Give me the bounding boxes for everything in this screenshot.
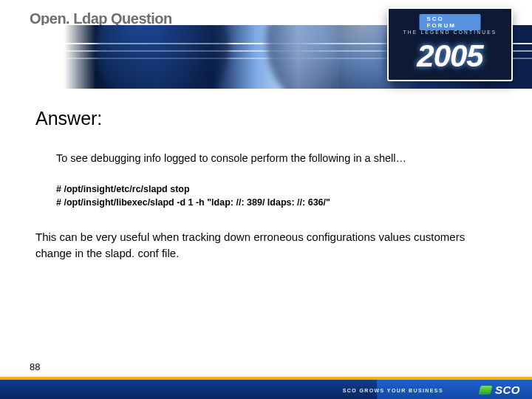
answer-heading: Answer: <box>35 108 502 129</box>
sco-mark-icon <box>478 386 492 395</box>
conclusion-text: This can be very useful when tracking do… <box>35 229 502 262</box>
sco-logo-text: SCO <box>495 383 520 396</box>
sco-logo: SCO <box>480 383 520 396</box>
footer: SCO GROWS YOUR BUSINESS SCO <box>0 377 532 399</box>
footer-tagline: SCO GROWS YOUR BUSINESS <box>343 388 443 393</box>
slide: Open. Ldap Question SCO FORUM THE LEGEND… <box>0 0 532 399</box>
page-number: 88 <box>30 361 40 372</box>
badge-tag: SCO FORUM <box>420 14 481 30</box>
code-block: # /opt/insight/etc/rc/slapd stop # /opt/… <box>56 183 502 211</box>
intro-text: To see debugging info logged to console … <box>56 151 502 166</box>
code-line-2: # /opt/insight/libexec/slapd -d 1 -h "ld… <box>56 196 502 210</box>
badge-legend: THE LEGEND CONTINUES <box>389 30 511 35</box>
code-line-1: # /opt/insight/etc/rc/slapd stop <box>56 183 502 197</box>
badge-year: 2005 <box>389 37 511 75</box>
content-area: Answer: To see debugging info logged to … <box>35 108 502 262</box>
forum-badge: SCO FORUM THE LEGEND CONTINUES 2005 <box>387 7 513 81</box>
